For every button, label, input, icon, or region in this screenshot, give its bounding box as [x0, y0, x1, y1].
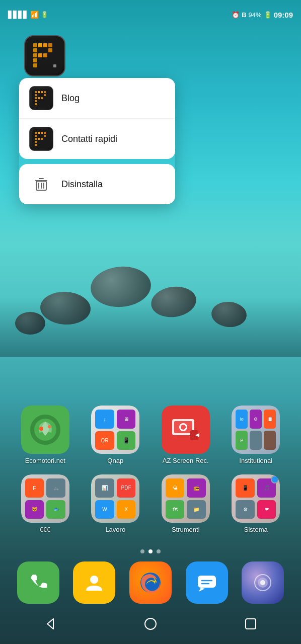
svg-rect-7	[33, 53, 37, 57]
sistema-label: Sistema	[228, 526, 283, 533]
svg-rect-21	[38, 97, 40, 99]
svg-point-63	[145, 618, 156, 629]
status-bar: ▋▋▋▋ 📶 🔋 ⏰ B 94% 🔋 09:09	[0, 0, 301, 25]
clock: 09:09	[274, 11, 293, 19]
svg-rect-14	[35, 91, 37, 93]
rocks-decoration	[0, 216, 301, 357]
contatti-icon	[29, 127, 53, 151]
svg-point-53	[90, 576, 98, 584]
signal-icon: ▋▋▋▋	[8, 11, 28, 19]
svg-point-46	[48, 425, 51, 428]
app-row-2: F 🚲 🐱 🐟 €€€ 📊 PDF W X Lavoro	[10, 474, 291, 533]
app-sistema[interactable]: 📱 🎵 ⚙ ❤ Sistema	[225, 474, 286, 533]
navigation-bar	[0, 604, 301, 644]
svg-rect-22	[41, 97, 43, 99]
battery-icon-small: 🔋	[41, 11, 48, 18]
dock-firefox[interactable]	[129, 561, 172, 604]
qnap-label: Qnap	[88, 457, 143, 464]
az-screen-label: AZ Screen Rec.	[158, 457, 213, 464]
app-eee[interactable]: F 🚲 🐱 🐟 €€€	[15, 474, 76, 533]
svg-rect-5	[33, 48, 37, 52]
app-az-screen[interactable]: AZ Screen Rec.	[156, 406, 216, 464]
sistema-icon: 📱 🎵 ⚙ ❤	[232, 474, 280, 523]
status-right: ⏰ B 94% 🔋 09:09	[232, 11, 293, 19]
alarm-icon: ⏰	[232, 11, 240, 19]
svg-rect-9	[43, 53, 47, 57]
svg-rect-55	[198, 576, 216, 588]
dock	[0, 561, 301, 604]
strumenti-label: Strumenti	[158, 526, 213, 533]
popup-item-disinstalla[interactable]: Disinstalla	[19, 164, 175, 204]
dock-contacts[interactable]	[73, 561, 115, 604]
svg-rect-1	[33, 43, 37, 47]
lavoro-label: Lavoro	[88, 526, 143, 533]
svg-rect-6	[48, 48, 52, 52]
app-grid: Ecomotori.net ↓ 🖥 QR 📱 Qnap	[0, 406, 301, 543]
popup-item-blog[interactable]: Blog	[19, 78, 175, 119]
triggered-app-icon[interactable]	[24, 35, 65, 76]
battery-percent: 94%	[249, 11, 262, 19]
page-indicators	[0, 549, 301, 553]
svg-point-61	[260, 580, 265, 585]
svg-rect-35	[35, 141, 37, 143]
svg-rect-12	[53, 64, 56, 67]
p-app-icon-large	[24, 35, 65, 76]
svg-rect-3	[43, 43, 47, 47]
svg-rect-29	[44, 132, 46, 134]
blog-icon	[29, 86, 53, 110]
svg-rect-2	[38, 43, 42, 47]
az-screen-icon	[162, 406, 210, 454]
qnap-icon: ↓ 🖥 QR 📱	[91, 406, 139, 454]
svg-rect-38	[39, 178, 44, 179]
svg-rect-33	[38, 138, 40, 140]
popup-menu: Blog Contatti r	[19, 78, 175, 204]
status-left: ▋▋▋▋ 📶 🔋	[8, 11, 48, 19]
svg-point-50	[181, 425, 186, 430]
svg-rect-19	[44, 94, 46, 96]
popup-item-contatti[interactable]: Contatti rapidi	[19, 119, 175, 159]
app-ecomotori[interactable]: Ecomotori.net	[15, 406, 76, 464]
svg-rect-34	[41, 138, 43, 140]
eee-label: €€€	[18, 526, 73, 533]
back-button[interactable]	[35, 609, 65, 639]
svg-rect-15	[38, 91, 40, 93]
svg-rect-4	[48, 43, 52, 47]
svg-rect-36	[35, 144, 37, 146]
svg-rect-64	[246, 619, 256, 629]
svg-rect-26	[35, 132, 37, 134]
app-institutional[interactable]: io ⚙ 📋 P Institutional	[225, 406, 286, 464]
institutional-label: Institutional	[228, 457, 283, 464]
svg-rect-32	[35, 138, 37, 140]
ecomotori-icon	[21, 406, 69, 454]
svg-rect-30	[35, 135, 37, 137]
dock-phone[interactable]	[17, 561, 59, 604]
svg-rect-28	[41, 132, 43, 134]
blog-label: Blog	[61, 93, 80, 104]
svg-rect-8	[38, 53, 42, 57]
svg-rect-11	[33, 63, 37, 67]
contatti-label: Contatti rapidi	[61, 134, 117, 144]
app-qnap[interactable]: ↓ 🖥 QR 📱 Qnap	[85, 406, 145, 464]
page-dot-1[interactable]	[140, 549, 144, 553]
svg-rect-20	[35, 97, 37, 99]
page-dot-2[interactable]	[148, 549, 153, 553]
svg-rect-27	[38, 132, 40, 134]
popup-section-uninstall: Disinstalla	[19, 164, 175, 204]
battery-visual: 🔋	[264, 11, 272, 19]
page-dot-3[interactable]	[157, 549, 161, 553]
svg-rect-17	[44, 91, 46, 93]
dock-celia[interactable]	[242, 561, 284, 604]
home-button[interactable]	[135, 609, 166, 639]
dock-messages[interactable]	[186, 561, 228, 604]
svg-rect-10	[33, 58, 37, 62]
wifi-icon: 📶	[30, 11, 39, 19]
recents-button[interactable]	[236, 609, 266, 639]
svg-rect-23	[35, 100, 37, 102]
app-lavoro[interactable]: 📊 PDF W X Lavoro	[85, 474, 145, 533]
disinstalla-label: Disinstalla	[61, 179, 103, 190]
lavoro-icon: 📊 PDF W X	[91, 474, 139, 523]
svg-rect-18	[35, 94, 37, 96]
svg-rect-16	[41, 91, 43, 93]
eee-icon: F 🚲 🐱 🐟	[21, 474, 69, 523]
app-strumenti[interactable]: 🌤 📻 🗺 📁 Strumenti	[156, 474, 216, 533]
